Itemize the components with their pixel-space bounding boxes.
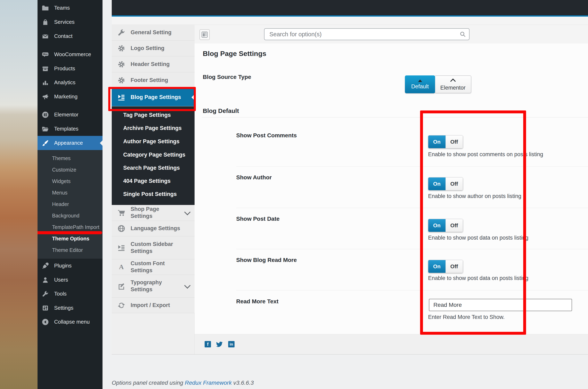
layout-icon	[201, 31, 208, 38]
sidebar-item-label: Collapse menu	[54, 319, 90, 325]
submenu-item-author-page-settings[interactable]: Author Page Settings	[112, 135, 195, 148]
menu-item-footer-setting[interactable]: Footer Setting	[112, 72, 195, 89]
menu-item-custom-sidebar-settings[interactable]: Custom Sidebar Settings	[112, 236, 195, 259]
menu-item-language-settings[interactable]: Language Settings	[112, 221, 195, 236]
gear-icon	[118, 61, 125, 68]
menu-item-label: Blog Page Settings	[131, 94, 193, 101]
menu-item-label: Header Setting	[131, 61, 182, 68]
sidebar-item-label: Settings	[54, 305, 73, 311]
submenu-item-theme-options[interactable]: Theme Options	[37, 233, 102, 244]
menu-item-blog-page-settings[interactable]: Blog Page Settings	[112, 89, 195, 106]
submenu-item-header[interactable]: Header	[37, 198, 102, 210]
menu-item-general-setting[interactable]: General Setting	[112, 25, 195, 41]
menu-item-logo-setting[interactable]: Logo Setting	[112, 41, 195, 56]
toggle-on-button[interactable]: On	[428, 219, 446, 232]
options-search	[264, 28, 469, 40]
row-divider	[236, 249, 588, 249]
sidebar-item-analytics[interactable]: Analytics	[37, 75, 102, 90]
plug-icon	[42, 262, 49, 269]
wordpress-admin-page: Teams Services Contact Woo WooCommerce P…	[0, 0, 588, 389]
sidebar-item-teams[interactable]: Teams	[37, 1, 102, 15]
toggle-on-button[interactable]: On	[428, 135, 446, 148]
submenu-item-theme-editor[interactable]: Theme Editor	[37, 244, 102, 256]
menu-item-custom-font-settings[interactable]: A Custom Font Settings	[112, 259, 195, 275]
submenu-item-category-page-settings[interactable]: Category Page Settings	[112, 148, 195, 161]
sidebar-item-plugins[interactable]: Plugins	[37, 259, 102, 273]
toggle-show-post-comments: On Off	[428, 135, 463, 148]
search-input[interactable]	[264, 28, 469, 40]
sidebar-item-label: Tools	[54, 291, 67, 297]
search-icon	[460, 31, 466, 37]
toggle-on-button[interactable]: On	[428, 177, 446, 190]
expand-options-button[interactable]	[199, 29, 210, 40]
submenu-item-tag-page-settings[interactable]: Tag Page Settings	[112, 108, 195, 122]
read-more-text-input[interactable]	[429, 299, 572, 311]
sidebar-item-contact[interactable]: Contact	[37, 29, 102, 43]
toggle-off-button[interactable]: Off	[446, 260, 463, 273]
toggle-off-button[interactable]: Off	[446, 177, 463, 190]
sidebar-item-products[interactable]: Products	[37, 62, 102, 76]
sidebar-item-woocommerce[interactable]: Woo WooCommerce	[37, 47, 102, 62]
toggle-show-author: On Off	[428, 177, 463, 190]
submenu-item-widgets[interactable]: Widgets	[37, 175, 102, 187]
sidebar-item-label: WooCommerce	[54, 51, 91, 58]
svg-text:Woo: Woo	[43, 53, 48, 55]
sync-icon	[118, 301, 125, 309]
folder-open-icon	[42, 126, 49, 132]
row-label-read-more-text: Read More Text	[236, 298, 278, 305]
redux-credit: Options panel created using Redux Framew…	[112, 380, 254, 386]
sidebar-item-tools[interactable]: Tools	[37, 287, 102, 301]
sidebar-item-label: Templates	[54, 126, 78, 132]
submenu-item-customize[interactable]: Customize	[37, 164, 102, 175]
sidebar-item-users[interactable]: Users	[37, 273, 102, 287]
sidebar-item-marketing[interactable]: Marketing	[37, 90, 102, 104]
arrow-up-icon	[418, 80, 422, 82]
row-divider	[236, 290, 588, 291]
theme-options-menu: General Setting Logo Setting Header Sett…	[112, 25, 195, 354]
menu-item-typography-settings[interactable]: Typography Settings	[112, 275, 195, 298]
sidebar-item-collapse-menu[interactable]: Collapse menu	[37, 315, 102, 329]
facebook-icon[interactable]: f	[205, 341, 211, 347]
submenu-item-404-page-settings[interactable]: 404 Page Settings	[112, 174, 195, 188]
submenu-item-single-post-settings[interactable]: Single Post Settings	[112, 188, 195, 201]
menu-item-label: Custom Font Settings	[131, 260, 195, 274]
panel-footer: f in	[195, 334, 588, 354]
sidebar-item-appearance[interactable]: Appearance	[37, 136, 102, 150]
box-icon	[42, 65, 49, 72]
desktop-background-image	[0, 0, 37, 389]
menu-item-import-export[interactable]: Import / Export	[112, 298, 195, 313]
toggle-off-button[interactable]: Off	[446, 219, 463, 232]
svg-text:A: A	[119, 263, 124, 270]
submenu-item-menus[interactable]: Menus	[37, 187, 102, 198]
sidebar-item-settings[interactable]: Settings	[37, 301, 102, 315]
row-divider	[236, 166, 588, 167]
cart-icon	[118, 209, 125, 217]
menu-item-label: Custom Sidebar Settings	[131, 241, 195, 255]
redux-framework-link[interactable]: Redux Framework	[185, 380, 232, 386]
toggle-on-button[interactable]: On	[428, 260, 446, 273]
sliders-icon	[42, 305, 49, 312]
toggle-off-button[interactable]: Off	[446, 135, 463, 148]
collapse-arrow-icon	[42, 319, 49, 325]
submenu-item-themes[interactable]: Themes	[37, 153, 102, 164]
menu-item-shop-page-settings[interactable]: Shop Page Settings	[112, 205, 195, 221]
menu-item-header-setting[interactable]: Header Setting	[112, 56, 195, 72]
blog-source-type-buttonset: Default Elementor	[405, 75, 471, 93]
section-title: Blog Default	[203, 107, 239, 114]
sidebar-item-label: Teams	[54, 5, 70, 11]
chevron-up-icon	[450, 78, 456, 84]
linkedin-icon[interactable]: in	[228, 341, 234, 347]
submenu-item-background[interactable]: Background	[37, 210, 102, 221]
submenu-item-search-page-settings[interactable]: Search Page Settings	[112, 161, 195, 174]
sidebar-item-label: Plugins	[54, 262, 71, 269]
submenu-item-archive-page-settings[interactable]: Archive Page Settings	[112, 122, 195, 135]
default-button[interactable]: Default	[405, 75, 435, 93]
sidebar-item-services[interactable]: Services	[37, 15, 102, 29]
gear-icon	[118, 76, 125, 84]
elementor-button[interactable]: Elementor	[434, 75, 471, 93]
person-icon	[42, 276, 49, 284]
sidebar-item-templates[interactable]: Templates	[37, 122, 102, 136]
gear-icon	[118, 44, 125, 52]
sidebar-item-elementor[interactable]: Elementor	[37, 108, 102, 122]
twitter-icon[interactable]	[216, 341, 223, 348]
